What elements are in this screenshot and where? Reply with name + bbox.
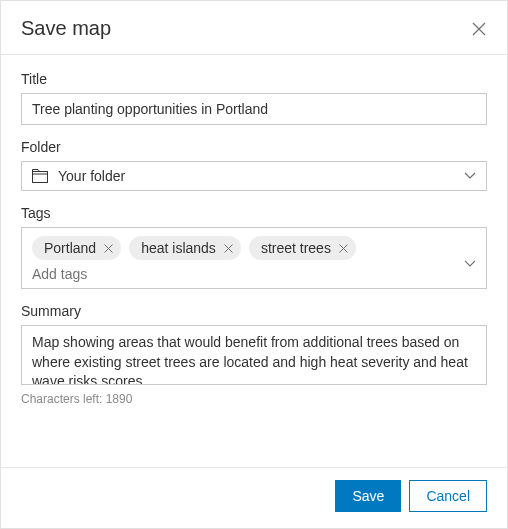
- tags-row: Portland heat islands street trees: [32, 236, 476, 260]
- tag-remove-button[interactable]: [104, 244, 113, 253]
- tag-remove-button[interactable]: [339, 244, 348, 253]
- title-input[interactable]: [21, 93, 487, 125]
- dialog-body: Title Folder Your folder Tags Portland: [1, 55, 507, 467]
- tags-label: Tags: [21, 205, 487, 221]
- tag-pill: street trees: [249, 236, 356, 260]
- tag-label: heat islands: [141, 240, 216, 256]
- folder-select[interactable]: Your folder: [21, 161, 487, 191]
- cancel-button[interactable]: Cancel: [409, 480, 487, 512]
- close-icon: [104, 244, 113, 253]
- tags-group: Tags Portland heat islands: [21, 205, 487, 289]
- dialog-title: Save map: [21, 17, 111, 40]
- folder-label: Folder: [21, 139, 487, 155]
- tag-label: street trees: [261, 240, 331, 256]
- summary-textarea[interactable]: [21, 325, 487, 385]
- tags-input[interactable]: [32, 266, 476, 282]
- tag-label: Portland: [44, 240, 96, 256]
- tag-pill: Portland: [32, 236, 121, 260]
- close-icon: [339, 244, 348, 253]
- summary-label: Summary: [21, 303, 487, 319]
- svg-rect-0: [33, 172, 48, 183]
- title-label: Title: [21, 71, 487, 87]
- summary-group: Summary Characters left: 1890: [21, 303, 487, 406]
- close-button[interactable]: [471, 21, 487, 37]
- title-group: Title: [21, 71, 487, 125]
- dialog-header: Save map: [1, 1, 507, 55]
- close-icon: [472, 22, 486, 36]
- close-icon: [224, 244, 233, 253]
- chevron-down-icon: [464, 255, 476, 271]
- tag-remove-button[interactable]: [224, 244, 233, 253]
- folder-icon: [32, 169, 48, 183]
- dialog-footer: Save Cancel: [1, 467, 507, 528]
- save-button[interactable]: Save: [335, 480, 401, 512]
- chevron-down-icon: [464, 172, 476, 180]
- character-count: Characters left: 1890: [21, 392, 487, 406]
- tags-container[interactable]: Portland heat islands street trees: [21, 227, 487, 289]
- tag-pill: heat islands: [129, 236, 241, 260]
- folder-value: Your folder: [58, 168, 464, 184]
- folder-group: Folder Your folder: [21, 139, 487, 191]
- save-map-dialog: Save map Title Folder Your folder Tags: [0, 0, 508, 529]
